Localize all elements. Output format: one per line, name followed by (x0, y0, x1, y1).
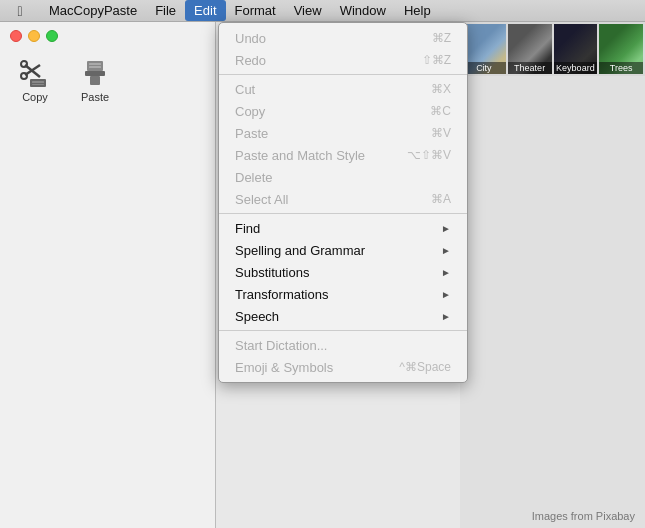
spelling-arrow: ► (441, 245, 451, 256)
find-label: Find (235, 221, 441, 236)
paste-match-label: Paste and Match Style (235, 148, 407, 163)
traffic-lights (0, 22, 215, 50)
menu-item-dictation[interactable]: Start Dictation... (219, 334, 467, 356)
close-button[interactable] (10, 30, 22, 42)
minimize-button[interactable] (28, 30, 40, 42)
image-theater[interactable]: Theater (508, 24, 552, 74)
cut-shortcut: ⌘X (431, 82, 451, 96)
svg-rect-9 (89, 66, 101, 68)
image-strip: City Theater Keyboard Trees (460, 22, 645, 76)
paste-match-shortcut: ⌥⇧⌘V (407, 148, 451, 162)
paste-tool[interactable]: Paste (70, 55, 120, 103)
menu-item-transformations[interactable]: Transformations ► (219, 283, 467, 305)
redo-label: Redo (235, 53, 422, 68)
app-window: Copy Paste (0, 0, 215, 528)
emoji-shortcut: ^⌘Space (399, 360, 451, 374)
menubar-item-file[interactable]: File (146, 0, 185, 21)
edit-dropdown-menu: Undo ⌘Z Redo ⇧⌘Z Cut ⌘X Copy ⌘C Paste ⌘V… (218, 22, 468, 383)
undo-shortcut: ⌘Z (432, 31, 451, 45)
apple-icon:  (17, 3, 22, 19)
dictation-label: Start Dictation... (235, 338, 451, 353)
pixabay-footer: Images from Pixabay (532, 510, 635, 522)
menu-item-emoji[interactable]: Emoji & Symbols ^⌘Space (219, 356, 467, 378)
speech-arrow: ► (441, 311, 451, 322)
svg-rect-10 (85, 71, 105, 76)
select-all-shortcut: ⌘A (431, 192, 451, 206)
menu-item-copy[interactable]: Copy ⌘C (219, 100, 467, 122)
menubar-item-maccopypasteapp[interactable]: MacCopyPaste (40, 0, 146, 21)
menu-item-spelling[interactable]: Spelling and Grammar ► (219, 239, 467, 261)
image-city-label: City (462, 62, 506, 74)
svg-rect-6 (32, 84, 44, 85)
pixabay-text: Images from Pixabay (532, 510, 635, 522)
paste-label: Paste (81, 91, 109, 103)
copy-icon (17, 55, 53, 91)
image-trees[interactable]: Trees (599, 24, 643, 74)
menu-item-undo[interactable]: Undo ⌘Z (219, 27, 467, 49)
menu-item-speech[interactable]: Speech ► (219, 305, 467, 327)
right-panel: City Theater Keyboard Trees (460, 22, 645, 528)
transformations-arrow: ► (441, 289, 451, 300)
transformations-label: Transformations (235, 287, 441, 302)
svg-rect-5 (32, 81, 44, 83)
menubar-item-edit[interactable]: Edit (185, 0, 225, 21)
delete-label: Delete (235, 170, 451, 185)
menu-item-substitutions[interactable]: Substitutions ► (219, 261, 467, 283)
menu-item-paste[interactable]: Paste ⌘V (219, 122, 467, 144)
svg-rect-11 (90, 76, 100, 85)
menu-item-select-all[interactable]: Select All ⌘A (219, 188, 467, 210)
svg-point-3 (21, 73, 27, 79)
menubar-item-view[interactable]: View (285, 0, 331, 21)
paste-menu-label: Paste (235, 126, 431, 141)
menubar-item-window[interactable]: Window (331, 0, 395, 21)
cut-label: Cut (235, 82, 431, 97)
copy-menu-label: Copy (235, 104, 430, 119)
image-city[interactable]: City (462, 24, 506, 74)
substitutions-label: Substitutions (235, 265, 441, 280)
image-keyboard[interactable]: Keyboard (554, 24, 598, 74)
apple-menu[interactable]:  (0, 3, 40, 19)
emoji-label: Emoji & Symbols (235, 360, 399, 375)
separator-1 (219, 74, 467, 75)
image-keyboard-label: Keyboard (554, 62, 598, 74)
find-arrow: ► (441, 223, 451, 234)
copy-shortcut: ⌘C (430, 104, 451, 118)
spelling-label: Spelling and Grammar (235, 243, 441, 258)
speech-label: Speech (235, 309, 441, 324)
paste-icon (77, 55, 113, 91)
menu-item-find[interactable]: Find ► (219, 217, 467, 239)
select-all-label: Select All (235, 192, 431, 207)
paste-shortcut: ⌘V (431, 126, 451, 140)
copy-label: Copy (22, 91, 48, 103)
copy-tool[interactable]: Copy (10, 55, 60, 103)
separator-2 (219, 213, 467, 214)
image-trees-label: Trees (599, 62, 643, 74)
image-theater-label: Theater (508, 62, 552, 74)
substitutions-arrow: ► (441, 267, 451, 278)
menu-item-delete[interactable]: Delete (219, 166, 467, 188)
separator-3 (219, 330, 467, 331)
menu-item-cut[interactable]: Cut ⌘X (219, 78, 467, 100)
svg-point-2 (21, 61, 27, 67)
menubar-item-help[interactable]: Help (395, 0, 440, 21)
maximize-button[interactable] (46, 30, 58, 42)
menubar-item-format[interactable]: Format (226, 0, 285, 21)
menu-bar:  MacCopyPaste File Edit Format View Win… (0, 0, 645, 22)
undo-label: Undo (235, 31, 432, 46)
toolbar: Copy Paste (0, 50, 215, 108)
redo-shortcut: ⇧⌘Z (422, 53, 451, 67)
menu-item-paste-match[interactable]: Paste and Match Style ⌥⇧⌘V (219, 144, 467, 166)
panel-divider (215, 22, 216, 528)
svg-rect-8 (89, 63, 101, 65)
menu-item-redo[interactable]: Redo ⇧⌘Z (219, 49, 467, 71)
